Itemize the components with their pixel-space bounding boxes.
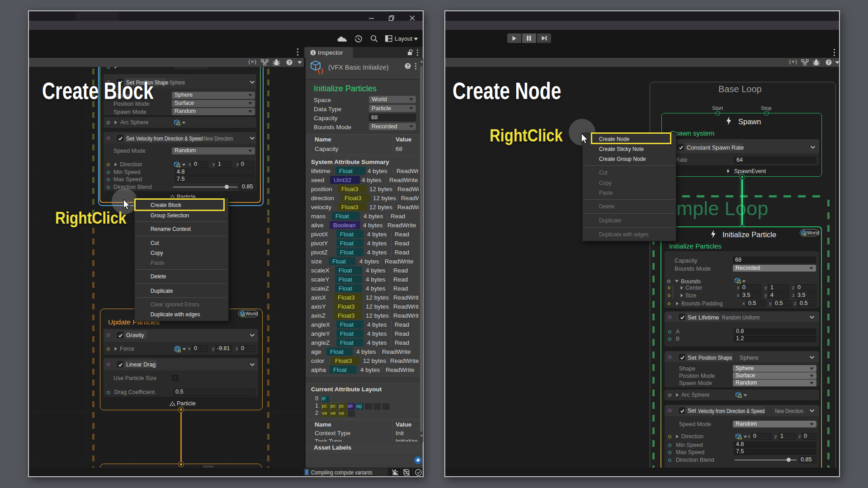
svg-text:?: ?	[288, 60, 291, 65]
svg-text:?: ?	[827, 60, 830, 65]
svg-text:{}: {}	[317, 68, 324, 75]
svg-text:?: ?	[406, 64, 409, 69]
